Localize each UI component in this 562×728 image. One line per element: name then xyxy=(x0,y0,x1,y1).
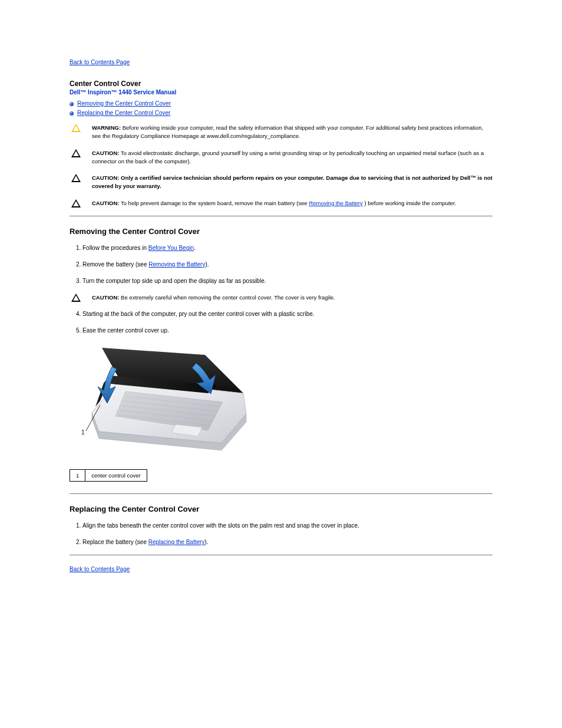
caution-icon xyxy=(71,294,81,302)
caution-text: Be extremely careful when removing the c… xyxy=(121,294,335,301)
step-5: Ease the center control cover up. xyxy=(82,327,492,335)
caution-text-after: ) before working inside the computer. xyxy=(364,200,456,206)
removing-battery-link[interactable]: Removing the Battery xyxy=(309,200,362,206)
caution-block-3: CAUTION: To help prevent damage to the s… xyxy=(70,199,492,207)
step-3: Turn the computer top side up and open t… xyxy=(82,277,492,285)
manual-title: Dell™ Inspiron™ 1440 Service Manual xyxy=(70,89,492,95)
divider xyxy=(70,216,492,216)
caution-label: CAUTION: xyxy=(92,294,119,301)
toc-remove-link[interactable]: Removing the Center Control Cover xyxy=(77,99,171,108)
figure-center-control-cover: 1 xyxy=(70,343,252,461)
back-to-contents-bottom[interactable]: Back to Contents Page xyxy=(70,566,130,572)
toc-replace-link[interactable]: Replacing the Center Control Cover xyxy=(77,108,170,118)
divider xyxy=(70,555,492,555)
caution-text: To avoid electrostatic discharge, ground… xyxy=(92,150,484,164)
warning-icon xyxy=(71,124,81,132)
section-remove-title: Removing the Center Control Cover xyxy=(70,227,492,236)
remove-steps-2: Starting at the back of the computer, pr… xyxy=(70,310,492,335)
before-you-begin-link[interactable]: Before You Begin xyxy=(148,245,194,251)
caution-block-1: CAUTION: To avoid electrostatic discharg… xyxy=(70,149,492,166)
inner-caution-block: CAUTION: Be extremely careful when remov… xyxy=(70,294,492,302)
figure-label-table: 1 center control cover xyxy=(70,469,147,482)
bullet-icon xyxy=(70,111,74,116)
step-4: Starting at the back of the computer, pr… xyxy=(82,310,492,318)
divider xyxy=(70,493,492,494)
caution-label: CAUTION: xyxy=(92,174,119,181)
svg-text:1: 1 xyxy=(81,429,85,436)
step-r1: Align the tabs beneath the center contro… xyxy=(82,522,492,530)
remove-steps: Follow the procedures in Before You Begi… xyxy=(70,244,492,285)
replace-steps: Align the tabs beneath the center contro… xyxy=(70,522,492,546)
removing-battery-link-2[interactable]: Removing the Battery xyxy=(148,261,205,268)
step-1: Follow the procedures in Before You Begi… xyxy=(82,244,492,252)
replacing-battery-link[interactable]: Replacing the Battery xyxy=(148,539,205,545)
toc-list: Removing the Center Control Cover Replac… xyxy=(70,99,492,118)
warning-block: WARNING: Before working inside your comp… xyxy=(70,124,492,141)
caution-text-before: To help prevent damage to the system boa… xyxy=(121,200,309,206)
caution-label: CAUTION: xyxy=(92,200,119,206)
bullet-icon xyxy=(70,102,74,106)
section-replace-title: Replacing the Center Control Cover xyxy=(70,505,492,513)
step-r2: Replace the battery (see Replacing the B… xyxy=(82,538,492,546)
caution-block-2: CAUTION: Only a certified service techni… xyxy=(70,174,492,191)
back-to-contents-top[interactable]: Back to Contents Page xyxy=(70,59,130,65)
page-title: Center Control Cover xyxy=(70,80,492,88)
caution-icon xyxy=(71,149,81,157)
label-text: center control cover xyxy=(85,470,147,482)
caution-label: CAUTION: xyxy=(92,150,119,156)
step-2: Remove the battery (see Removing the Bat… xyxy=(82,261,492,269)
label-num: 1 xyxy=(70,470,85,482)
warning-label: WARNING: xyxy=(92,124,121,131)
caution-icon xyxy=(71,174,81,182)
caution-text: Only a certified service technician shou… xyxy=(92,174,492,189)
warning-text: Before working inside your computer, rea… xyxy=(92,124,483,139)
caution-icon xyxy=(71,199,81,207)
